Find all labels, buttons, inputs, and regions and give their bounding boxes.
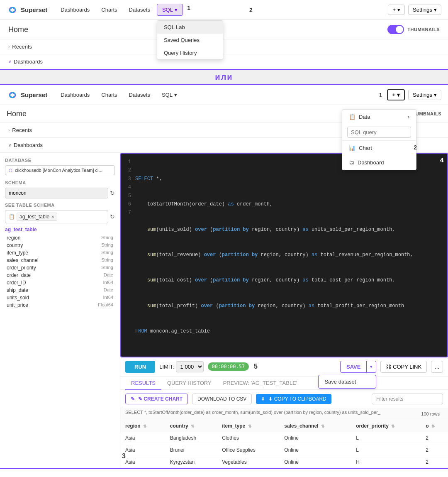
cell-sales-channel-2: Online (279, 444, 351, 456)
download-csv-button[interactable]: DOWNLOAD TO CSV (192, 394, 252, 404)
col-o[interactable]: o ⇅ (421, 420, 448, 432)
brand-name-2: Superset (21, 91, 47, 98)
line-1-num: 1 (127, 158, 131, 166)
line-6: sum(total_profit) over (partition by reg… (135, 302, 413, 310)
dashboards-item-1[interactable]: ∨ Dashboards (8, 56, 440, 67)
line-5: sum(total_cost) over (partition by regio… (135, 276, 413, 284)
cell-item-type-1: Clothes (217, 432, 279, 444)
cell-o-1: 2 (421, 432, 448, 444)
preview-tab[interactable]: PREVIEW: 'AG_TEST_TABLE' (217, 377, 303, 390)
field-region: region String (5, 234, 115, 242)
field-sales-channel: sales_channel String (5, 257, 115, 264)
nav-dashboards-2[interactable]: Dashboards (56, 89, 95, 100)
nav-sql[interactable]: SQL ▾ (157, 4, 183, 16)
field-item-type: item_type String (5, 249, 115, 257)
results-tab[interactable]: RESULTS (125, 377, 161, 390)
timer-badge: 00:00:00.57 (208, 362, 249, 371)
nav-charts[interactable]: Charts (96, 4, 122, 16)
cell-item-type-3: Vegetables (217, 456, 279, 468)
copy-clipboard-button[interactable]: ⬇ ⬇ COPY TO CLIPBOARD (256, 394, 331, 404)
rows-count-badge: 100 rows (418, 410, 443, 418)
dashboards-chevron-1: ∨ (8, 59, 11, 64)
database-label: DATABASE (5, 158, 115, 163)
cell-item-type-2: Office Supplies (217, 444, 279, 456)
save-dataset-option[interactable]: Save dataset (319, 375, 376, 388)
thumbnails-toggle[interactable] (387, 25, 404, 34)
line-7: FROM moncon.ag_test_table (135, 327, 413, 335)
sql-lab-item[interactable]: SQL Lab (157, 21, 223, 34)
superset-logo-icon (7, 6, 18, 14)
limit-dropdown[interactable]: 1 000 (176, 361, 204, 372)
table-tag: ag_test_table ✕ (17, 213, 57, 221)
field-unit-price: unit_price Float64 (5, 301, 115, 309)
settings-button-2[interactable]: Settings ▾ (408, 90, 441, 100)
toggle-knob (396, 26, 403, 33)
plus-button-2[interactable]: + ▾ (387, 89, 405, 100)
step-5-badge: 5 (254, 363, 258, 370)
create-chart-button[interactable]: ✎ ✎ CREATE CHART (125, 394, 188, 404)
limit-select: LIMIT: 1 000 (159, 361, 203, 372)
results-table: region ⇅ country ⇅ item_type ⇅ sales_cha… (120, 420, 448, 468)
recents-chevron-2: › (8, 128, 10, 132)
dashboard-menu-item[interactable]: 🗂 Dashboard (342, 155, 416, 170)
line-2: toStartOfMonth(order_date) as order_mont… (135, 200, 413, 208)
cell-region-3: Asia (120, 456, 165, 468)
schema-select[interactable]: moncon (5, 188, 108, 198)
step-4-badge: 4 (440, 157, 444, 164)
table-row: Asia Brunei Office Supplies Online L 2 (120, 444, 448, 456)
save-btn-group: SAVE ▾ Save dataset (340, 361, 376, 373)
chart-menu-item[interactable]: 📊 Chart (342, 141, 416, 155)
table-row: Asia Kyrgyzstan Vegetables Online H 2 (120, 456, 448, 468)
cell-country-2: Brunei (165, 444, 217, 456)
nav-datasets[interactable]: Datasets (124, 4, 155, 16)
query-history-item[interactable]: Query History (157, 46, 223, 59)
save-caret-button[interactable]: ▾ (367, 361, 376, 373)
filter-results-input[interactable] (372, 394, 443, 404)
nav-datasets-2[interactable]: Datasets (124, 89, 155, 100)
recents-item-1[interactable]: › Recents (8, 41, 440, 52)
cell-o-2: 2 (421, 444, 448, 456)
navbar-2: Superset Dashboards Charts Datasets SQL … (0, 85, 448, 105)
save-button[interactable]: SAVE (340, 361, 367, 373)
copy-link-button[interactable]: ⛓ COPY LINK (380, 361, 427, 373)
brand: Superset (7, 6, 47, 14)
sql-editor[interactable]: 1 2 3 4 5 6 7 SELECT *, toStartOfMonth(o… (120, 153, 448, 357)
thumbnails-label: THUMBNAILS (407, 27, 440, 32)
settings-button[interactable]: Settings ▾ (408, 5, 441, 15)
sql-query-input[interactable] (347, 127, 411, 138)
more-button[interactable]: ... (431, 361, 443, 373)
col-item-type[interactable]: item_type ⇅ (217, 420, 279, 432)
sql-dropdown-menu: SQL Lab Saved Queries Query History (157, 20, 223, 60)
cell-region-2: Asia (120, 444, 165, 456)
run-button[interactable]: RUN (125, 361, 155, 373)
line-3: sum(units_sold) over (partition by regio… (135, 225, 413, 234)
query-history-tab[interactable]: QUERY HISTORY (161, 377, 217, 390)
field-order-priority: order_priority String (5, 264, 115, 272)
schema-refresh-icon[interactable]: ↻ (110, 190, 115, 196)
col-sales-channel[interactable]: sales_channel ⇅ (279, 420, 351, 432)
table-select[interactable]: 📋 ag_test_table ✕ (5, 210, 108, 223)
db-icon: ⬡ (9, 168, 12, 173)
table-refresh-icon[interactable]: ↻ (110, 213, 115, 220)
query-area: 1 2 3 4 5 6 7 SELECT *, toStartOfMonth(o… (120, 153, 448, 468)
cell-country-3: Kyrgyzstan (165, 456, 217, 468)
table-tag-remove-icon[interactable]: ✕ (51, 215, 54, 219)
sql-dropdown-container: SQL ▾ SQL Lab Saved Queries Query Histor… (157, 4, 183, 16)
col-region[interactable]: region ⇅ (120, 420, 165, 432)
saved-queries-item[interactable]: Saved Queries (157, 34, 223, 46)
step-2-badge-2: 2 (414, 144, 417, 151)
cell-sales-channel-1: Online (279, 432, 351, 444)
results-tabs: RESULTS QUERY HISTORY PREVIEW: 'AG_TEST_… (120, 377, 448, 390)
col-order-priority[interactable]: order_priority ⇅ (351, 420, 421, 432)
nav-dashboards[interactable]: Dashboards (56, 4, 95, 16)
database-select[interactable]: ⬡ clickhousedb [MonCon Analytics Team] c… (5, 165, 115, 175)
query-preview-bar: SELECT *, toStartOfMonth(order_date) as … (120, 408, 448, 420)
data-menu-item[interactable]: 📋 Data › (342, 110, 416, 124)
save-dropdown-menu: Save dataset (318, 375, 376, 389)
nav-charts-2[interactable]: Charts (96, 89, 122, 100)
plus-button[interactable]: + ▾ (388, 5, 405, 15)
nav-sql-2[interactable]: SQL ▾ (157, 89, 182, 100)
col-country[interactable]: country ⇅ (165, 420, 217, 432)
table-link[interactable]: ag_test_table (5, 227, 115, 232)
results-actions: ✎ ✎ CREATE CHART DOWNLOAD TO CSV ⬇ ⬇ COP… (120, 390, 448, 408)
